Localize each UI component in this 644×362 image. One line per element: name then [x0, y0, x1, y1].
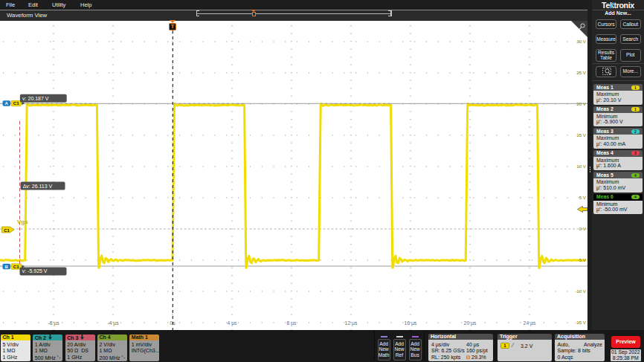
svg-text:25 V: 25 V	[576, 70, 587, 75]
svg-text:0s: 0s	[170, 320, 176, 326]
svg-text:15 V: 15 V	[576, 132, 587, 138]
svg-text:-5 V: -5 V	[578, 257, 587, 262]
svg-text:16 µs: 16 µs	[405, 320, 417, 326]
svg-text:20 V: 20 V	[576, 101, 587, 106]
svg-text:-8 µs: -8 µs	[48, 320, 59, 326]
svg-text:12 µs: 12 µs	[345, 320, 358, 326]
svg-text:v: -5.925 V: v: -5.925 V	[22, 268, 48, 274]
svg-text:C1: C1	[13, 264, 19, 269]
svg-text:C1: C1	[4, 228, 10, 233]
svg-text:5 V: 5 V	[579, 195, 587, 200]
svg-text:4 µs: 4 µs	[228, 320, 238, 326]
svg-text:30 V: 30 V	[576, 39, 587, 44]
svg-text:24 µs: 24 µs	[524, 320, 536, 326]
svg-text:Vgs: Vgs	[17, 219, 28, 225]
svg-text:0 V: 0 V	[579, 226, 587, 231]
svg-text:-15 V: -15 V	[575, 320, 587, 325]
svg-text:v: 20.187 V: v: 20.187 V	[22, 96, 49, 101]
svg-text:-10 V: -10 V	[575, 288, 587, 294]
svg-text:Δv: 26.113 V: Δv: 26.113 V	[23, 184, 53, 189]
svg-text:-4 µs: -4 µs	[107, 320, 119, 326]
svg-text:20 µs: 20 µs	[464, 320, 477, 326]
svg-text:B: B	[5, 265, 9, 269]
svg-text:A: A	[5, 101, 9, 106]
svg-text:8 µs: 8 µs	[287, 320, 297, 326]
svg-text:C1: C1	[13, 100, 19, 106]
svg-text:10 V: 10 V	[576, 164, 587, 169]
